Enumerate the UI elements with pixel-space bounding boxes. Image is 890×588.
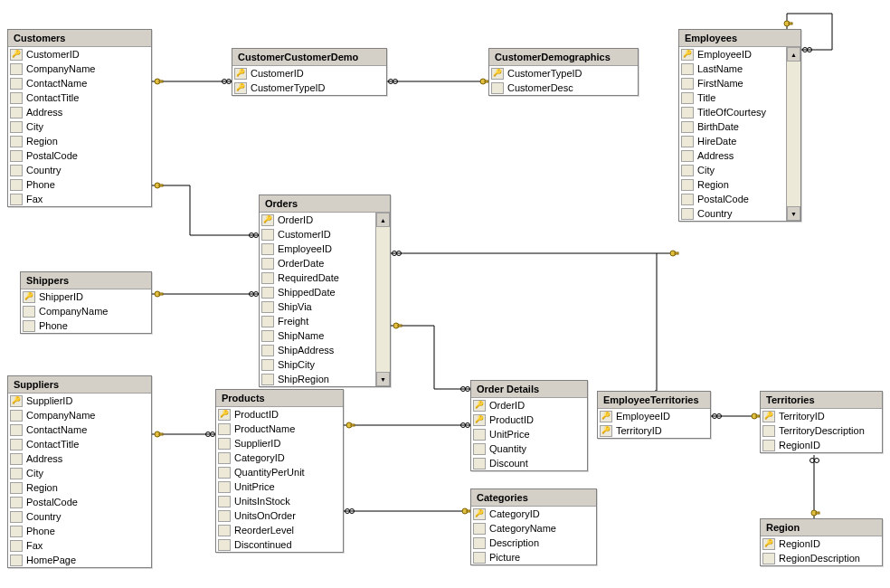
column-row[interactable]: 🔑CustomerID [232,66,386,81]
table-header[interactable]: Categories [471,489,596,507]
table-territories[interactable]: Territories 🔑TerritoryIDTerritoryDescrip… [760,391,883,453]
column-row[interactable]: Country [679,206,786,221]
column-row[interactable]: UnitsInStock [216,494,343,508]
column-row[interactable]: Discount [471,456,587,470]
column-row[interactable]: 🔑RegionID [761,536,882,551]
column-row[interactable]: 🔑CustomerID [8,47,151,62]
diagram-canvas[interactable]: Customers 🔑CustomerIDCompanyNameContactN… [0,0,890,588]
column-row[interactable]: Phone [21,318,151,333]
column-row[interactable]: CategoryID [216,450,343,465]
column-row[interactable]: HomePage [8,553,151,567]
column-row[interactable]: Address [679,148,786,163]
table-header[interactable]: EmployeeTerritories [598,392,710,409]
column-row[interactable]: PostalCode [679,192,786,206]
column-row[interactable]: UnitsOnOrder [216,508,343,523]
column-row[interactable]: 🔑CustomerTypeID [489,66,638,81]
scrollbar[interactable]: ▲ ▼ [786,47,800,221]
column-row[interactable]: Title [679,90,786,105]
column-row[interactable]: ContactTitle [8,90,151,105]
column-row[interactable]: OrderDate [260,256,375,270]
table-orders[interactable]: Orders 🔑OrderIDCustomerIDEmployeeIDOrder… [259,194,391,387]
column-row[interactable]: 🔑OrderID [260,213,375,227]
column-row[interactable]: UnitPrice [216,479,343,494]
column-row[interactable]: Address [8,105,151,119]
column-row[interactable]: Phone [8,177,151,192]
column-row[interactable]: City [8,466,151,480]
table-orderdetails[interactable]: Order Details 🔑OrderID🔑ProductIDUnitPric… [470,380,588,471]
column-row[interactable]: CustomerDesc [489,81,638,95]
column-row[interactable]: QuantityPerUnit [216,465,343,479]
column-row[interactable]: Region [8,480,151,495]
column-row[interactable]: ReorderLevel [216,523,343,537]
column-row[interactable]: Region [679,177,786,192]
table-employees[interactable]: Employees 🔑EmployeeIDLastNameFirstNameTi… [678,29,801,222]
column-row[interactable]: ShipRegion [260,372,375,386]
column-row[interactable]: 🔑CategoryID [471,507,596,521]
table-header[interactable]: Products [216,390,343,407]
column-row[interactable]: PostalCode [8,495,151,509]
column-row[interactable]: 🔑SupplierID [8,394,151,408]
column-row[interactable]: ContactTitle [8,437,151,451]
column-row[interactable]: TitleOfCourtesy [679,105,786,119]
table-header[interactable]: Employees [679,30,800,47]
column-row[interactable]: Discontinued [216,537,343,552]
column-row[interactable]: ContactName [8,76,151,90]
scroll-down-icon[interactable]: ▼ [787,206,800,221]
column-row[interactable]: Country [8,509,151,524]
column-row[interactable]: 🔑TerritoryID [598,423,710,438]
column-row[interactable]: Phone [8,524,151,538]
column-row[interactable]: 🔑ProductID [471,413,587,427]
column-row[interactable]: BirthDate [679,119,786,134]
column-row[interactable]: ProductName [216,422,343,436]
scroll-down-icon[interactable]: ▼ [376,372,390,386]
column-row[interactable]: RequiredDate [260,270,375,285]
table-header[interactable]: Shippers [21,272,151,289]
table-shippers[interactable]: Shippers 🔑ShipperIDCompanyNamePhone [20,271,152,334]
table-header[interactable]: Region [761,519,882,536]
column-row[interactable]: 🔑EmployeeID [679,47,786,62]
table-header[interactable]: CustomerCustomerDemo [232,49,386,66]
column-row[interactable]: CompanyName [21,304,151,318]
column-row[interactable]: SupplierID [216,436,343,450]
column-row[interactable]: LastName [679,62,786,76]
column-row[interactable]: HireDate [679,134,786,148]
column-row[interactable]: ShipAddress [260,343,375,357]
column-row[interactable]: CustomerID [260,227,375,242]
scrollbar[interactable]: ▲ ▼ [375,213,390,386]
column-row[interactable]: CategoryName [471,521,596,536]
column-row[interactable]: City [679,163,786,177]
column-row[interactable]: Address [8,451,151,466]
column-row[interactable]: EmployeeID [260,242,375,256]
column-row[interactable]: PostalCode [8,148,151,163]
column-row[interactable]: City [8,119,151,134]
column-row[interactable]: CompanyName [8,62,151,76]
table-header[interactable]: CustomerDemographics [489,49,638,66]
table-header[interactable]: Order Details [471,381,587,398]
column-row[interactable]: ContactName [8,422,151,437]
column-row[interactable]: Picture [471,550,596,564]
table-header[interactable]: Territories [761,392,882,409]
column-row[interactable]: ShippedDate [260,285,375,299]
column-row[interactable]: UnitPrice [471,427,587,441]
table-categories[interactable]: Categories 🔑CategoryIDCategoryNameDescri… [470,488,597,565]
table-customers[interactable]: Customers 🔑CustomerIDCompanyNameContactN… [7,29,152,207]
table-header[interactable]: Suppliers [8,376,151,394]
column-row[interactable]: ShipCity [260,357,375,372]
table-header[interactable]: Customers [8,30,151,47]
table-products[interactable]: Products 🔑ProductIDProductNameSupplierID… [215,389,344,553]
column-row[interactable]: 🔑OrderID [471,398,587,413]
column-row[interactable]: FirstName [679,76,786,90]
column-row[interactable]: 🔑ShipperID [21,289,151,304]
table-customerdemographics[interactable]: CustomerDemographics 🔑CustomerTypeIDCust… [488,48,639,96]
column-row[interactable]: CompanyName [8,408,151,422]
table-region[interactable]: Region 🔑RegionIDRegionDescription [760,518,883,566]
column-row[interactable]: RegionDescription [761,551,882,565]
column-row[interactable]: Region [8,134,151,148]
column-row[interactable]: Country [8,163,151,177]
column-row[interactable]: ShipName [260,328,375,343]
column-row[interactable]: RegionID [761,438,882,452]
scroll-up-icon[interactable]: ▲ [376,213,390,227]
table-customercustomerdemo[interactable]: CustomerCustomerDemo 🔑CustomerID🔑Custome… [232,48,387,96]
column-row[interactable]: 🔑TerritoryID [761,409,882,423]
column-row[interactable]: Fax [8,192,151,206]
